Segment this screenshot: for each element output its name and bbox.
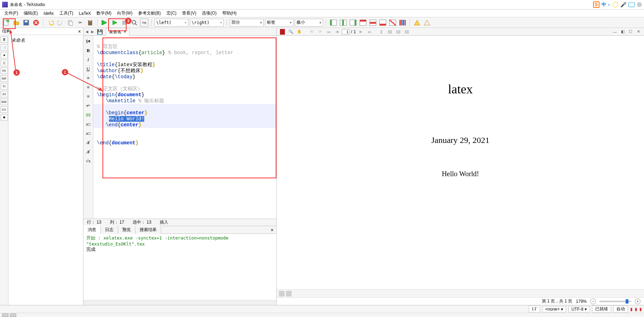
strip-bm-icon[interactable]: BM bbox=[1, 99, 8, 105]
ime-sogou-icon[interactable]: S bbox=[593, 1, 599, 8]
strip-mp-icon[interactable]: MP bbox=[1, 75, 8, 82]
stop-button[interactable] bbox=[120, 18, 129, 27]
table-cols-icon[interactable] bbox=[398, 18, 407, 27]
status-encoding[interactable]: UTF-8 ▾ bbox=[568, 306, 590, 312]
table-mid-icon[interactable] bbox=[369, 18, 377, 27]
warn2-icon[interactable] bbox=[423, 18, 431, 27]
menu-file[interactable]: 文件(F) bbox=[1, 10, 21, 17]
menu-view[interactable]: 查看(V) bbox=[179, 10, 199, 17]
tab-save-icon[interactable]: 💾 bbox=[95, 29, 104, 35]
zoom-out-button[interactable]: − bbox=[590, 299, 596, 304]
align-right-icon[interactable]: ≡ bbox=[84, 93, 92, 100]
pdf-first-icon[interactable]: ⏮ bbox=[325, 29, 332, 35]
save-button[interactable] bbox=[22, 18, 30, 27]
editor-tab-close-icon[interactable]: × bbox=[124, 29, 126, 34]
menu-help[interactable]: 帮助(H) bbox=[219, 10, 240, 17]
structure-close-icon[interactable]: × bbox=[78, 29, 81, 34]
log-tab-preview[interactable]: 预览 bbox=[118, 226, 135, 234]
zoom-in-button[interactable]: + bbox=[635, 299, 640, 304]
section-combo[interactable]: 部分▾ bbox=[230, 19, 264, 27]
frac-icon[interactable]: x̸ bbox=[84, 139, 92, 146]
table-top-icon[interactable] bbox=[359, 18, 367, 27]
new-file-button[interactable]: + bbox=[2, 18, 11, 27]
menu-options[interactable]: 选项(O) bbox=[199, 10, 219, 17]
tab-fwd-icon[interactable]: ▶ bbox=[90, 30, 95, 34]
strip-ti-icon[interactable]: TI bbox=[1, 83, 8, 90]
ime-emoji-icon[interactable] bbox=[613, 2, 618, 7]
menu-tools[interactable]: 工具(T) bbox=[57, 10, 76, 17]
warn1-icon[interactable] bbox=[413, 18, 421, 27]
pdf-single-icon[interactable]: ▯ bbox=[378, 29, 385, 35]
table-diag1-icon[interactable] bbox=[388, 18, 397, 27]
fontsize-combo[interactable]: 极小▾ bbox=[295, 19, 323, 27]
pdf-icon[interactable] bbox=[279, 29, 286, 35]
log-tab-journal[interactable]: 日志 bbox=[101, 226, 118, 234]
sqrt-icon[interactable]: √x bbox=[84, 157, 92, 165]
zoom-slider[interactable] bbox=[599, 301, 631, 302]
redo-button[interactable] bbox=[56, 18, 65, 27]
table-bot-icon[interactable] bbox=[379, 18, 387, 27]
newline-icon[interactable]: ↵ bbox=[84, 102, 92, 109]
displaymath-icon[interactable]: $$ bbox=[84, 111, 92, 119]
menu-bib[interactable]: 参考文献(B) bbox=[135, 10, 164, 17]
menu-latex[interactable]: LaTeX bbox=[76, 10, 94, 17]
paste-button[interactable] bbox=[86, 18, 94, 27]
table-left-icon[interactable] bbox=[329, 18, 338, 27]
italic-button[interactable]: I bbox=[84, 56, 92, 63]
preview-min-icon[interactable]: — bbox=[611, 29, 619, 35]
superscript-icon[interactable]: x□ bbox=[84, 130, 92, 137]
section-icon[interactable]: §▾ bbox=[84, 38, 92, 45]
label-combo[interactable]: 标签▾ bbox=[265, 19, 293, 27]
status-auto[interactable]: 自动 bbox=[613, 305, 628, 313]
subscript-icon[interactable]: x□ bbox=[84, 121, 92, 128]
status-lt[interactable]: LT bbox=[529, 306, 540, 312]
undo-button[interactable] bbox=[46, 18, 55, 27]
strip-brackets-icon[interactable]: ⟨⟨ bbox=[1, 60, 8, 66]
right-delimiter-combo[interactable]: \right)▾ bbox=[190, 19, 224, 27]
align-center-icon[interactable]: ≡ bbox=[84, 84, 92, 91]
menu-wizard[interactable]: 向导(W) bbox=[114, 10, 135, 17]
pdf-hand-icon[interactable]: ✋ bbox=[296, 29, 303, 35]
strip-ps-icon[interactable]: PS bbox=[1, 68, 8, 74]
log-tab-messages[interactable]: 消息 bbox=[83, 226, 101, 234]
strip-as-icon[interactable]: AS bbox=[1, 91, 8, 97]
preview-close-icon[interactable]: ✕ bbox=[635, 29, 642, 35]
pdf-last-icon[interactable]: ⏭ bbox=[366, 29, 373, 35]
ime-keyboard-icon[interactable] bbox=[628, 2, 635, 7]
view-pdf-button[interactable] bbox=[130, 18, 139, 27]
tab-back-icon[interactable]: ◀ bbox=[84, 30, 90, 34]
table-right-icon[interactable] bbox=[349, 18, 357, 27]
log-body[interactable]: 开始 : xelatex.exe -synctex=1 -interaction… bbox=[83, 234, 276, 300]
collab-user2-icon[interactable] bbox=[286, 291, 292, 296]
menu-edit[interactable]: 编辑(E) bbox=[21, 10, 41, 17]
open-file-button[interactable] bbox=[12, 18, 21, 27]
strip-misc-icon[interactable]: ✱ bbox=[1, 114, 8, 121]
left-delimiter-combo[interactable]: \left(▾ bbox=[154, 19, 188, 27]
close-button[interactable] bbox=[32, 18, 40, 27]
pdf-cont-icon[interactable]: ▯▯ bbox=[386, 29, 393, 35]
preview-dock-icon[interactable]: ◧ bbox=[619, 29, 626, 35]
ime-voice-icon[interactable]: 🎤 bbox=[620, 2, 626, 7]
menu-math[interactable]: 数学(M) bbox=[94, 10, 114, 17]
structure-doc-item[interactable]: 未命名 bbox=[11, 38, 25, 43]
menu-idefix[interactable]: Idefix bbox=[41, 10, 57, 17]
log-close-icon[interactable]: × bbox=[268, 227, 276, 233]
bold-button[interactable]: B bbox=[84, 47, 92, 54]
pdf-fwd-icon[interactable]: ⟳ bbox=[316, 29, 323, 35]
task2-icon[interactable] bbox=[10, 313, 16, 317]
collab-user1-icon[interactable] bbox=[279, 291, 285, 296]
view-log-button[interactable]: log bbox=[140, 18, 148, 27]
pdf-prev-icon[interactable]: ◀ bbox=[333, 29, 340, 35]
menu-macro[interactable]: 宏(C) bbox=[164, 10, 180, 17]
task1-icon[interactable] bbox=[2, 313, 8, 317]
code-editor[interactable]: % 导言区 \documentclass{article} % book, re… bbox=[93, 36, 276, 219]
strip-xy-icon[interactable]: XY bbox=[1, 106, 8, 113]
ime-account-icon[interactable] bbox=[637, 2, 642, 7]
log-tab-search[interactable]: 搜索结果 bbox=[135, 226, 161, 234]
editor-tab[interactable]: 未命名 × bbox=[106, 28, 129, 36]
pdf-page[interactable]: latex January 29, 2021 Hello World! bbox=[277, 36, 644, 289]
structure-tree[interactable]: 未命名 bbox=[8, 35, 83, 305]
strip-favorites-icon[interactable]: ★ bbox=[1, 52, 8, 58]
cut-button[interactable]: ✂ bbox=[76, 18, 84, 27]
build-view-button[interactable] bbox=[100, 18, 109, 27]
